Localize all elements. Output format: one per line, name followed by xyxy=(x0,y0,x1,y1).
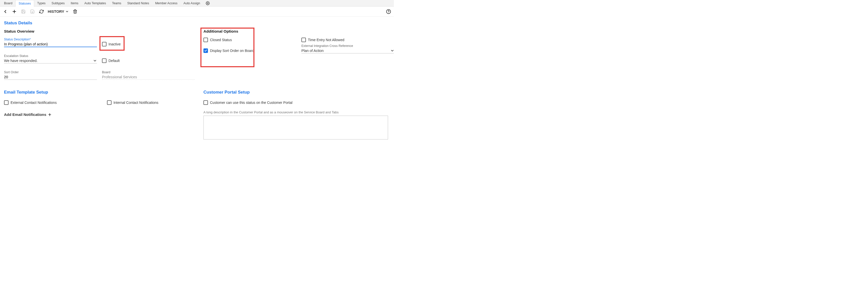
sort-order-input[interactable] xyxy=(4,74,97,80)
tab-auto-assign[interactable]: Auto Assign xyxy=(181,0,203,6)
add-email-notifications-button[interactable]: Add Email Notifications xyxy=(4,112,197,116)
default-label: Default xyxy=(108,59,120,63)
add-email-label: Add Email Notifications xyxy=(4,112,46,116)
add-button[interactable] xyxy=(11,9,17,14)
tab-teams[interactable]: Teams xyxy=(109,0,124,6)
time-entry-label: Time Entry Not Allowed xyxy=(308,38,344,42)
sort-order-field: Sort Order xyxy=(4,70,97,80)
closed-status-checkbox[interactable] xyxy=(204,38,208,42)
status-description-field: Status Description* xyxy=(4,38,97,47)
chevron-down-icon xyxy=(65,10,69,13)
email-template-title: Email Template Setup xyxy=(4,90,197,95)
tab-auto-templates[interactable]: Auto Templates xyxy=(82,0,109,6)
plus-icon xyxy=(48,113,52,116)
back-button[interactable] xyxy=(2,9,8,14)
inactive-field: Inactive xyxy=(102,41,195,47)
toolbar: HISTORY xyxy=(0,6,394,16)
svg-point-0 xyxy=(207,3,208,4)
chevron-down-icon xyxy=(390,49,394,53)
help-button[interactable] xyxy=(386,9,391,14)
save-button[interactable] xyxy=(21,9,26,14)
portal-textarea-label: A long description in the Customer Porta… xyxy=(204,110,390,114)
portal-allow-field: Customer can use this status on the Cust… xyxy=(204,100,390,105)
ext-integration-field: External Integration Cross Reference Pla… xyxy=(301,44,394,54)
status-description-input[interactable] xyxy=(4,42,97,47)
tab-subtypes[interactable]: Subtypes xyxy=(49,0,68,6)
display-sort-field: Display Sort Order on Board xyxy=(204,48,297,54)
internal-notifications-field: Internal Contact Notifications xyxy=(107,100,158,105)
tab-items[interactable]: Items xyxy=(68,0,82,6)
display-sort-label: Display Sort Order on Board xyxy=(210,49,254,53)
ext-integration-label: External Integration Cross Reference xyxy=(301,44,394,48)
escalation-status-label: Escalation Status xyxy=(4,54,97,58)
save-and-close-button[interactable] xyxy=(30,9,35,14)
delete-button[interactable] xyxy=(72,9,78,14)
portal-allow-label: Customer can use this status on the Cust… xyxy=(210,101,292,105)
main-form: Status Details Status Overview Status De… xyxy=(0,16,394,144)
additional-options-heading: Additional Options xyxy=(204,29,394,34)
closed-status-field: Closed Status xyxy=(204,38,297,42)
status-details-title: Status Details xyxy=(4,21,390,26)
display-sort-checkbox[interactable] xyxy=(204,48,208,53)
customer-portal-title: Customer Portal Setup xyxy=(204,90,390,95)
tab-statuses[interactable]: Statuses xyxy=(15,0,34,7)
sort-order-label: Sort Order xyxy=(4,70,97,74)
board-field: Board Professional Services xyxy=(102,70,195,80)
status-description-label: Status Description* xyxy=(4,38,97,41)
time-entry-checkbox[interactable] xyxy=(301,38,306,42)
portal-description-textarea[interactable] xyxy=(204,115,388,139)
chevron-down-icon xyxy=(93,59,97,63)
tab-member-access[interactable]: Member Access xyxy=(152,0,181,6)
inactive-label: Inactive xyxy=(108,42,121,46)
portal-allow-checkbox[interactable] xyxy=(204,100,208,105)
internal-notifications-label: Internal Contact Notifications xyxy=(114,101,158,105)
closed-status-label: Closed Status xyxy=(210,38,232,42)
internal-notifications-checkbox[interactable] xyxy=(107,100,112,105)
ext-integration-select[interactable]: Plan of Action xyxy=(301,48,394,54)
settings-icon[interactable] xyxy=(203,0,212,6)
tab-types[interactable]: Types xyxy=(34,0,49,6)
time-entry-field: Time Entry Not Allowed xyxy=(301,38,394,42)
refresh-button[interactable] xyxy=(39,9,44,14)
status-overview-heading: Status Overview xyxy=(4,29,197,34)
board-value: Professional Services xyxy=(102,74,195,80)
history-dropdown[interactable]: HISTORY xyxy=(48,9,69,13)
default-checkbox[interactable] xyxy=(102,59,106,63)
external-notifications-label: External Contact Notifications xyxy=(10,101,57,105)
external-notifications-checkbox[interactable] xyxy=(4,100,8,105)
tab-board[interactable]: Board xyxy=(1,0,15,6)
board-label: Board xyxy=(102,70,195,74)
ext-integration-value: Plan of Action xyxy=(301,48,394,53)
default-field: Default xyxy=(102,58,195,63)
tabbar: Board Statuses Types Subtypes Items Auto… xyxy=(0,0,394,6)
tab-standard-notes[interactable]: Standard Notes xyxy=(124,0,152,6)
history-label: HISTORY xyxy=(48,9,64,13)
escalation-status-select[interactable]: We have responded. xyxy=(4,58,97,63)
escalation-status-field: Escalation Status We have responded. xyxy=(4,54,97,63)
escalation-status-value: We have responded. xyxy=(4,58,97,63)
external-notifications-field: External Contact Notifications xyxy=(4,100,57,105)
inactive-checkbox[interactable] xyxy=(102,42,106,46)
